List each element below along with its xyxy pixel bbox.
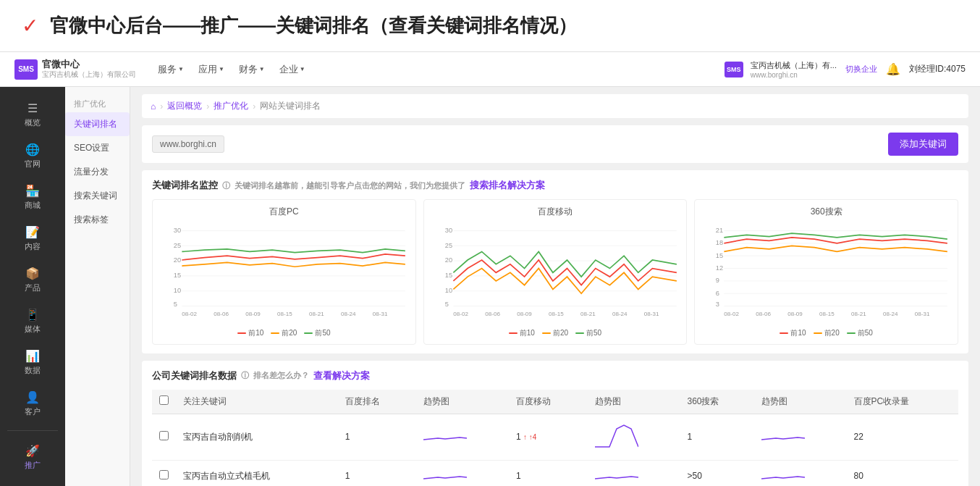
- chart-baidu-pc-title: 百度PC: [159, 206, 410, 218]
- svg-text:08-24: 08-24: [341, 311, 356, 317]
- charts-row: 百度PC 30 25 20 15 10 5: [152, 199, 958, 345]
- right-company-name: 宝丙吉机械（上海）有...: [751, 60, 837, 71]
- nav-company[interactable]: 企业 ▼: [279, 63, 305, 76]
- trend-cell-1: [416, 414, 509, 460]
- breadcrumb: ⌂ › 返回概览 › 推广优化 › 网站关键词排名: [142, 94, 968, 118]
- data-table-link[interactable]: 查看解决方案: [313, 369, 370, 382]
- svg-text:08-15: 08-15: [549, 311, 564, 317]
- sidebar-label-website: 官网: [25, 159, 41, 169]
- sub-item-search-tags[interactable]: 搜索标签: [65, 208, 130, 232]
- breadcrumb-home[interactable]: ⌂: [151, 101, 156, 112]
- svg-text:15: 15: [716, 252, 723, 259]
- sub-sidebar-parent: 推广优化: [65, 93, 130, 112]
- svg-text:08-02: 08-02: [725, 311, 740, 317]
- monitoring-note: 关键词排名越靠前，越能引导客户点击您的网站，我们为您提供了: [235, 180, 465, 191]
- sidebar-label-media: 媒体: [25, 324, 41, 335]
- sub-item-keyword-rank[interactable]: 关键词排名: [65, 112, 130, 136]
- brand-name: 官微中心: [42, 59, 136, 70]
- nav-finance[interactable]: 财务 ▼: [239, 63, 265, 76]
- pc-count-cell-1: 22: [847, 414, 958, 460]
- right-logo-icon: SMS: [725, 62, 743, 77]
- sidebar-item-customer[interactable]: 👤 客户: [0, 383, 65, 424]
- svg-text:08-24: 08-24: [883, 311, 898, 317]
- switch-company-button[interactable]: 切换企业: [845, 64, 877, 75]
- right-company-info: SMS 宝丙吉机械（上海）有... www.borghi.cn: [725, 60, 837, 79]
- table-row: 宝丙吉自动立式植毛机 1 1 >50: [152, 460, 958, 486]
- sub-item-traffic[interactable]: 流量分发: [65, 160, 130, 184]
- nav-app[interactable]: 应用 ▼: [198, 63, 224, 76]
- svg-text:08-21: 08-21: [851, 311, 866, 317]
- svg-text:5: 5: [444, 301, 448, 308]
- chart-baidu-mobile-svg: 30 25 20 15 10 5: [430, 222, 681, 323]
- svg-text:25: 25: [444, 242, 452, 249]
- overview-icon: ☰: [28, 101, 38, 115]
- sidebar-label-data: 数据: [25, 365, 41, 376]
- th-keyword: 关注关键词: [176, 390, 338, 414]
- page-title: 官微中心后台——推广——关键词排名（查看关键词排名情况）: [50, 13, 577, 38]
- website-icon: 🌐: [25, 143, 40, 156]
- chart-360-legend: 前10 前20 前50: [701, 328, 952, 338]
- sidebar-divider: [7, 430, 58, 431]
- sidebar-item-shop[interactable]: 🏪 商城: [0, 177, 65, 218]
- check-icon: ✓: [22, 14, 38, 38]
- legend-top20: 前20: [271, 328, 297, 338]
- trend-svg-2: [595, 422, 638, 451]
- 360-rank-cell-1: 1: [680, 414, 753, 460]
- data-table-info-icon: ⓘ: [241, 370, 249, 381]
- trend-svg-3: [761, 429, 805, 443]
- sidebar-label-customer: 客户: [25, 406, 41, 417]
- svg-text:08-15: 08-15: [819, 311, 835, 317]
- chart-360-svg: 21 18 15 12 9 6 3: [701, 222, 952, 323]
- pc-count-cell-2: 80: [847, 460, 958, 486]
- url-badge[interactable]: www.borghi.cn: [152, 135, 224, 153]
- chart-baidu-pc: 百度PC 30 25 20 15 10 5: [152, 199, 416, 345]
- th-baidu-pc-count: 百度PC收录量: [847, 390, 958, 414]
- trend-svg-6: [761, 468, 805, 482]
- nav-bar: SMS 官微中心 宝丙吉机械（上海）有限公司 服务 ▼ 应用 ▼ 财务 ▼ 企业…: [0, 52, 980, 87]
- th-checkbox: [152, 390, 176, 414]
- logo-icon: SMS: [14, 59, 38, 80]
- sidebar-item-product[interactable]: 📦 产品: [0, 259, 65, 301]
- sidebar-item-content[interactable]: 📝 内容: [0, 218, 65, 259]
- sub-item-search-keywords[interactable]: 搜索关键词: [65, 184, 130, 208]
- mobile-rank-cell-2: 1: [509, 460, 588, 486]
- rank-change-up-1: ↑ ↑4: [523, 433, 536, 441]
- keyword-cell: 宝丙吉自动剖削机: [176, 414, 338, 460]
- svg-text:08-21: 08-21: [309, 311, 324, 317]
- data-table-note: 排名差怎么办？: [253, 370, 309, 381]
- sidebar-item-promo[interactable]: 🚀 推广: [0, 437, 65, 478]
- breadcrumb-promo[interactable]: 推广优化: [214, 100, 248, 112]
- sidebar-item-data[interactable]: 📊 数据: [0, 342, 65, 383]
- row-checkbox-1[interactable]: [159, 431, 169, 440]
- svg-text:08-09: 08-09: [517, 311, 532, 317]
- company-name: 宝丙吉机械（上海）有限公司: [42, 70, 136, 80]
- notification-bell-icon[interactable]: 🔔: [886, 62, 900, 76]
- svg-text:5: 5: [174, 301, 177, 308]
- svg-text:15: 15: [444, 272, 452, 279]
- trend-svg-4: [423, 468, 467, 482]
- sub-item-seo-settings[interactable]: SEO设置: [65, 136, 130, 160]
- sidebar-label-content: 内容: [25, 241, 41, 252]
- monitoring-link[interactable]: 搜索排名解决方案: [470, 179, 545, 192]
- breadcrumb-current: 网站关键词排名: [260, 100, 321, 112]
- sidebar-item-overview[interactable]: ☰ 概览: [0, 94, 65, 135]
- svg-text:08-24: 08-24: [612, 311, 628, 317]
- nav-menu: 服务 ▼ 应用 ▼ 财务 ▼ 企业 ▼: [158, 63, 725, 76]
- title-bar: ✓ 官微中心后台——推广——关键词排名（查看关键词排名情况）: [0, 0, 980, 52]
- svg-text:21: 21: [716, 227, 723, 234]
- nav-service[interactable]: 服务 ▼: [158, 63, 184, 76]
- sidebar-item-website[interactable]: 🌐 官网: [0, 135, 65, 177]
- svg-text:10: 10: [174, 287, 181, 294]
- svg-text:08-15: 08-15: [277, 311, 292, 317]
- breadcrumb-overview[interactable]: 返回概览: [167, 100, 202, 112]
- select-all-checkbox[interactable]: [159, 395, 169, 405]
- svg-text:08-02: 08-02: [453, 311, 468, 317]
- row-checkbox-2[interactable]: [159, 470, 169, 479]
- th-baidu-rank: 百度排名: [338, 390, 417, 414]
- sidebar-item-media[interactable]: 📱 媒体: [0, 301, 65, 342]
- svg-text:08-06: 08-06: [485, 311, 500, 317]
- th-360: 360搜索: [680, 390, 753, 414]
- table-row: 宝丙吉自动剖削机 1 1 ↑ ↑4: [152, 414, 958, 460]
- customer-icon: 👤: [25, 390, 40, 404]
- add-keyword-button[interactable]: 添加关键词: [888, 133, 958, 156]
